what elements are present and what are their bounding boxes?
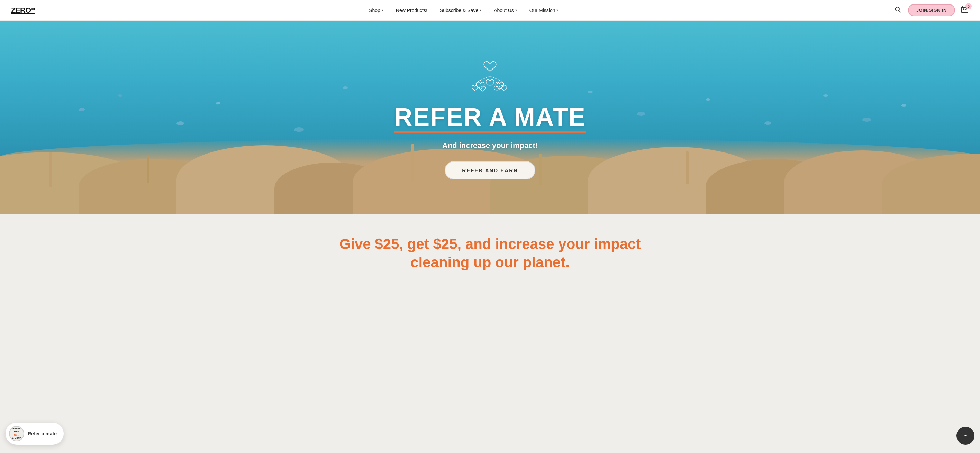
fish-decoration [902,104,906,106]
navbar: ZEROco Shop ▾ New Products! Subscribe & … [0,0,980,21]
fish-decoration [637,112,645,116]
nav-item-new-products[interactable]: New Products! [390,8,434,13]
refer-earn-button[interactable]: REFER AND EARN [445,161,535,179]
search-button[interactable] [893,5,902,16]
hero-title: REFER A MATE [394,105,585,133]
fish-decoration [823,94,828,97]
svg-line-1 [899,11,900,13]
hero-content: REFER A MATE And increase your impact! R… [394,56,585,179]
nav-links: Shop ▾ New Products! Subscribe & Save ▾ … [363,8,565,13]
heart-tree-icon [469,56,511,98]
nav-item-about-us[interactable]: About Us ▾ [488,8,523,13]
svg-line-7 [475,80,480,84]
below-hero-text: Give $25, get $25, and increase your imp… [334,235,646,271]
hero-section: REFER A MATE And increase your impact! R… [0,21,980,214]
join-signin-button[interactable]: JOIN/SIGN IN [908,4,955,16]
search-icon [894,6,901,13]
cart-button[interactable]: 0 [961,5,969,15]
chevron-down-icon: ▾ [480,8,481,12]
cart-count-badge: 0 [966,3,972,10]
chevron-down-icon: ▾ [515,8,517,12]
nav-item-subscribe-save[interactable]: Subscribe & Save ▾ [434,8,488,13]
nav-item-shop[interactable]: Shop ▾ [363,8,390,13]
nav-item-our-mission[interactable]: Our Mission ▾ [523,8,565,13]
chevron-down-icon: ▾ [557,8,558,12]
brand-logo[interactable]: ZEROco [11,6,35,15]
fish-decoration [588,90,593,93]
below-hero-section: Give $25, get $25, and increase your imp… [0,214,980,285]
chevron-down-icon: ▾ [382,8,383,12]
fish-decoration [706,98,710,101]
fish-decoration [862,117,871,122]
hero-subtitle: And increase your impact! [442,141,538,150]
nav-right: JOIN/SIGN IN 0 [893,4,969,16]
